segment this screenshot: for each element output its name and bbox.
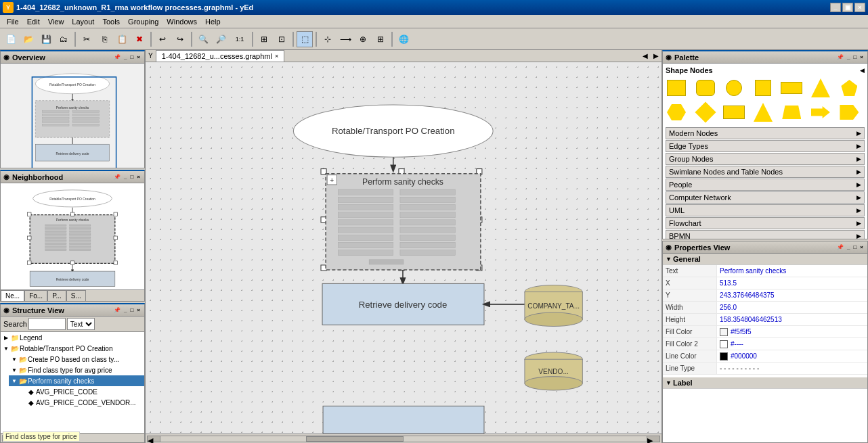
tree-item-find-class[interactable]: ▼ 📂 Find class type for avg price <box>9 365 144 375</box>
prop-val-fill-color[interactable]: #f5f5f5 <box>717 326 867 337</box>
prop-val-height[interactable]: 158.3548046462513 <box>717 314 867 325</box>
palette-pin[interactable]: 📌 <box>836 54 845 60</box>
overview-pin[interactable]: 📌 <box>112 54 122 60</box>
shape-tall-triangle[interactable] <box>752 101 774 123</box>
category-swimlane[interactable]: Swimlane Nodes and Table Nodes ▶ <box>666 166 865 178</box>
tree-item-avg-price-vendor[interactable]: ◆ AVG_PRICE_CODE_VENDOR... <box>17 397 144 408</box>
neighborhood-close[interactable]: × <box>135 174 142 180</box>
search-input[interactable] <box>28 318 66 330</box>
tree-item-avg-price-code[interactable]: ◆ AVG_PRICE_CODE <box>17 386 144 397</box>
palette-min[interactable]: _ <box>846 54 851 60</box>
category-people[interactable]: People ▶ <box>666 179 865 191</box>
delete-btn[interactable]: ✖ <box>131 31 148 47</box>
overview-controls[interactable]: 📌 _ □ × <box>112 54 142 60</box>
cut-btn[interactable]: ✂ <box>79 31 95 47</box>
overview-min[interactable]: _ <box>123 54 128 60</box>
general-collapse-icon[interactable]: ▼ <box>666 256 672 262</box>
save-btn[interactable]: 💾 <box>38 31 54 47</box>
hscroll-left-btn[interactable]: ◀ <box>147 436 160 442</box>
shape-arrow-right2[interactable] <box>838 101 860 123</box>
canvas-tab-main[interactable]: 1-404_12682_u...cesses.graphml × <box>156 50 285 62</box>
minimize-btn[interactable]: _ <box>830 3 841 12</box>
close-btn[interactable]: × <box>854 3 865 12</box>
neighborhood-min[interactable]: _ <box>123 174 128 180</box>
canvas-hscroll[interactable]: ◀ ▶ <box>146 434 661 443</box>
search-type-select[interactable]: Text <box>67 318 95 330</box>
prop-val-text[interactable]: Perform sanity checks <box>717 265 867 277</box>
menu-help[interactable]: Help <box>201 16 225 27</box>
tab-s[interactable]: S... <box>66 290 86 301</box>
properties-pin[interactable]: 📌 <box>836 244 845 250</box>
toggle-rotable[interactable]: ▼ <box>2 344 10 352</box>
shape-large-rect[interactable] <box>723 101 745 123</box>
tab-p[interactable]: P... <box>47 290 66 301</box>
shape-circle[interactable] <box>723 77 745 99</box>
category-bpmn[interactable]: BPMN ▶ <box>666 230 865 239</box>
structure-max[interactable]: □ <box>129 307 135 313</box>
create-edge-btn[interactable]: ⟶ <box>337 31 353 47</box>
zoom-in-btn[interactable]: 🔍 <box>195 31 211 47</box>
menu-view[interactable]: View <box>44 16 68 27</box>
fill-color-swatch[interactable] <box>720 328 728 336</box>
menu-tools[interactable]: Tools <box>98 16 124 27</box>
export-btn[interactable]: 🌐 <box>395 31 412 47</box>
shape-rect[interactable] <box>666 77 687 99</box>
category-computer-network[interactable]: Computer Network ▶ <box>666 191 865 204</box>
tree-item-legend[interactable]: ▶ 📁 Legend <box>1 332 144 343</box>
tree-item-rotable[interactable]: ▼ 📂 Rotable/Transport PO Creation <box>1 343 144 354</box>
select-mode-btn[interactable]: ⬚ <box>297 31 313 47</box>
category-group-nodes[interactable]: Group Nodes ▶ <box>666 153 865 165</box>
redo-btn[interactable]: ↪ <box>172 31 188 47</box>
hscroll-track[interactable] <box>160 436 647 442</box>
canvas-tab-close[interactable]: × <box>275 53 278 60</box>
shape-arrow-right[interactable] <box>810 101 831 123</box>
palette-max[interactable]: □ <box>852 54 858 60</box>
menu-file[interactable]: File <box>3 16 23 27</box>
snap-grid-btn[interactable]: ⊹ <box>320 31 336 47</box>
toggle-find-class[interactable]: ▼ <box>10 366 18 374</box>
properties-close[interactable]: × <box>859 244 865 250</box>
zoom-100-btn[interactable]: 1:1 <box>230 31 249 47</box>
prop-val-line-color[interactable]: #000000 <box>717 350 867 362</box>
grid-toggle-btn[interactable]: ⊞ <box>372 31 389 47</box>
shape-nodes-collapse[interactable]: ◀ <box>860 67 865 74</box>
menu-layout[interactable]: Layout <box>68 16 98 27</box>
palette-close[interactable]: × <box>859 54 865 60</box>
properties-max[interactable]: □ <box>852 244 858 250</box>
shape-triangle[interactable] <box>810 77 831 99</box>
structure-min[interactable]: _ <box>123 307 128 313</box>
paste-btn[interactable]: 📋 <box>114 31 130 47</box>
label-collapse-icon[interactable]: ▼ <box>666 379 672 386</box>
neighborhood-pin[interactable]: 📌 <box>112 174 122 180</box>
shape-pentagon[interactable] <box>838 77 860 99</box>
canvas-nav-prev[interactable]: ◀ <box>640 51 651 60</box>
canvas-viewport[interactable]: Rotable/Transport PO Creation <box>146 62 661 434</box>
undo-btn[interactable]: ↩ <box>154 31 171 47</box>
snap-bend-btn[interactable]: ⊕ <box>355 31 371 47</box>
copy-btn[interactable]: ⎘ <box>96 31 112 47</box>
toggle-create-po[interactable]: ▼ <box>10 355 18 363</box>
neighborhood-controls[interactable]: 📌 _ □ × <box>112 174 142 180</box>
shape-rounded-rect[interactable] <box>695 77 716 99</box>
zoom-out-btn[interactable]: 🔎 <box>213 31 229 47</box>
tree-item-perform-sanity[interactable]: ▼ 📂 Perform sanity checks <box>9 375 144 386</box>
close-doc-btn[interactable]: 🗂 <box>56 31 72 47</box>
overview-max[interactable]: □ <box>129 54 135 60</box>
category-modern-nodes[interactable]: Modern Nodes ▶ <box>666 127 865 139</box>
prop-val-y[interactable]: 243.37646484375 <box>717 289 867 301</box>
window-controls[interactable]: _ ▣ × <box>830 3 865 12</box>
category-flowchart[interactable]: Flowchart ▶ <box>666 217 865 229</box>
properties-controls[interactable]: 📌 _ □ × <box>836 244 865 250</box>
menu-edit[interactable]: Edit <box>23 16 44 27</box>
structure-pin[interactable]: 📌 <box>112 307 122 313</box>
zoom-area-btn[interactable]: ⊡ <box>274 31 290 47</box>
properties-min[interactable]: _ <box>846 244 851 250</box>
overview-close[interactable]: × <box>135 54 142 60</box>
structure-close[interactable]: × <box>135 307 142 313</box>
prop-val-line-type[interactable]: - - - - - - - - - - <box>717 363 867 374</box>
hscroll-right-btn[interactable]: ▶ <box>647 436 660 442</box>
palette-controls[interactable]: 📌 _ □ × <box>836 54 865 60</box>
menu-windows[interactable]: Windows <box>162 16 201 27</box>
fill-color2-swatch[interactable] <box>720 340 728 348</box>
shape-diamond[interactable] <box>695 101 716 123</box>
